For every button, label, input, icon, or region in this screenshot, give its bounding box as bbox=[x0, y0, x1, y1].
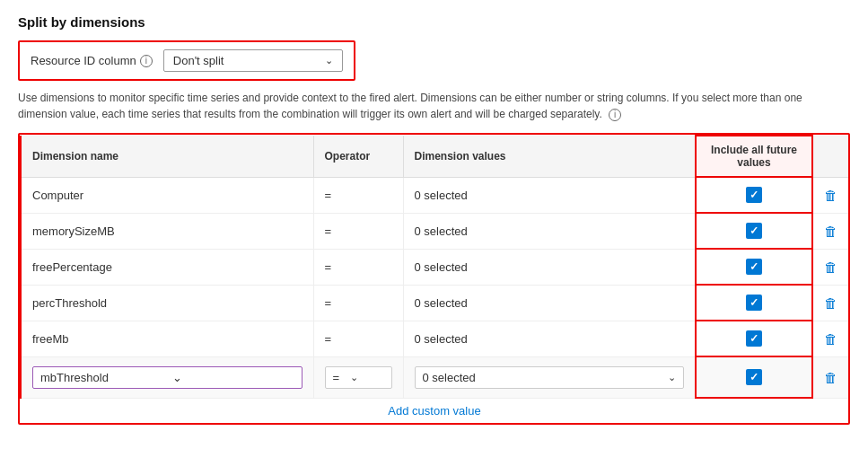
last-row-include-checkbox[interactable] bbox=[746, 369, 762, 385]
operator-cell-3: = bbox=[313, 285, 403, 321]
dimensions-table-wrapper: Dimension name Operator Dimension values… bbox=[18, 133, 850, 425]
table-row: memorySizeMB = 0 selected 🗑 bbox=[21, 213, 848, 249]
table-row: Computer = 0 selected 🗑 bbox=[21, 177, 848, 213]
last-row-name-cell[interactable]: mbThreshold ⌄ bbox=[21, 356, 313, 398]
description-text: Use dimensions to monitor specific time … bbox=[18, 90, 844, 122]
delete-icon-3[interactable]: 🗑 bbox=[824, 295, 837, 311]
last-row-name-arrow: ⌄ bbox=[172, 371, 294, 384]
last-row-operator-value: = bbox=[333, 371, 340, 384]
table-row: freePercentage = 0 selected 🗑 bbox=[21, 249, 848, 285]
include-cell-1 bbox=[696, 213, 812, 249]
table-row: freeMb = 0 selected 🗑 bbox=[21, 321, 848, 356]
add-custom-cell: Add custom value bbox=[21, 398, 848, 423]
values-cell-3: 0 selected bbox=[403, 285, 696, 321]
dimension-name-cell-1: memorySizeMB bbox=[21, 213, 313, 249]
add-custom-link[interactable]: Add custom value bbox=[388, 404, 480, 418]
dimension-name-cell-4: freeMb bbox=[21, 321, 313, 356]
last-row-values-text: 0 selected bbox=[423, 371, 658, 384]
include-cell-4 bbox=[696, 321, 812, 356]
delete-cell-2: 🗑 bbox=[812, 249, 848, 285]
description-info-icon[interactable]: i bbox=[609, 109, 621, 121]
values-cell-2: 0 selected bbox=[403, 249, 696, 285]
values-cell-4: 0 selected bbox=[403, 321, 696, 356]
table-row: percThreshold = 0 selected 🗑 bbox=[21, 285, 848, 321]
resource-id-dropdown[interactable]: Don't split ⌄ bbox=[163, 49, 343, 72]
col-header-dimension-values: Dimension values bbox=[403, 136, 696, 177]
last-row-operator-arrow: ⌄ bbox=[350, 372, 358, 383]
last-row-values-cell[interactable]: 0 selected ⌄ bbox=[403, 356, 696, 398]
dimension-name-cell-0: Computer bbox=[21, 177, 313, 213]
last-row-operator-cell[interactable]: = ⌄ bbox=[313, 356, 403, 398]
operator-cell-0: = bbox=[313, 177, 403, 213]
values-cell-0: 0 selected bbox=[403, 177, 696, 213]
delete-cell-0: 🗑 bbox=[812, 177, 848, 213]
table-row-last: mbThreshold ⌄ = ⌄ 0 selected ⌄ 🗑 bbox=[21, 356, 848, 398]
delete-cell-3: 🗑 bbox=[812, 285, 848, 321]
resource-id-dropdown-arrow: ⌄ bbox=[325, 55, 333, 66]
last-row-name-value: mbThreshold bbox=[40, 371, 162, 384]
delete-icon-1[interactable]: 🗑 bbox=[824, 224, 837, 239]
col-header-delete bbox=[812, 136, 848, 177]
resource-id-label: Resource ID column i bbox=[31, 54, 153, 67]
delete-icon-2[interactable]: 🗑 bbox=[824, 259, 837, 275]
resource-id-section: Resource ID column i Don't split ⌄ bbox=[18, 40, 355, 81]
col-header-include-future: Include all future values bbox=[696, 136, 812, 177]
values-cell-1: 0 selected bbox=[403, 213, 696, 249]
include-cell-0 bbox=[696, 177, 812, 213]
resource-id-dropdown-value: Don't split bbox=[173, 54, 224, 67]
include-cell-2 bbox=[696, 249, 812, 285]
add-custom-row: Add custom value bbox=[21, 398, 848, 423]
dimension-name-cell-2: freePercentage bbox=[21, 249, 313, 285]
operator-cell-4: = bbox=[313, 321, 403, 356]
delete-icon-4[interactable]: 🗑 bbox=[824, 331, 837, 347]
include-checkbox-4[interactable] bbox=[746, 330, 762, 347]
page-title: Split by dimensions bbox=[18, 14, 850, 30]
include-cell-3 bbox=[696, 285, 812, 321]
last-row-values-arrow: ⌄ bbox=[668, 372, 676, 383]
dimensions-table: Dimension name Operator Dimension values… bbox=[20, 135, 848, 423]
delete-cell-1: 🗑 bbox=[812, 213, 848, 249]
last-row-delete-icon[interactable]: 🗑 bbox=[824, 370, 837, 385]
col-header-operator: Operator bbox=[313, 136, 403, 177]
include-checkbox-2[interactable] bbox=[746, 259, 762, 275]
include-checkbox-3[interactable] bbox=[746, 295, 762, 311]
resource-id-info-icon[interactable]: i bbox=[140, 55, 153, 67]
col-header-dimension-name: Dimension name bbox=[21, 136, 313, 177]
last-row-delete-cell: 🗑 bbox=[812, 356, 848, 398]
dimension-name-cell-3: percThreshold bbox=[21, 285, 313, 321]
operator-cell-2: = bbox=[313, 249, 403, 285]
include-checkbox-0[interactable] bbox=[746, 187, 762, 203]
operator-cell-1: = bbox=[313, 213, 403, 249]
delete-icon-0[interactable]: 🗑 bbox=[824, 188, 837, 203]
last-row-include-cell bbox=[696, 356, 812, 398]
resource-id-text: Resource ID column bbox=[31, 54, 136, 67]
include-checkbox-1[interactable] bbox=[746, 223, 762, 239]
delete-cell-4: 🗑 bbox=[812, 321, 848, 356]
